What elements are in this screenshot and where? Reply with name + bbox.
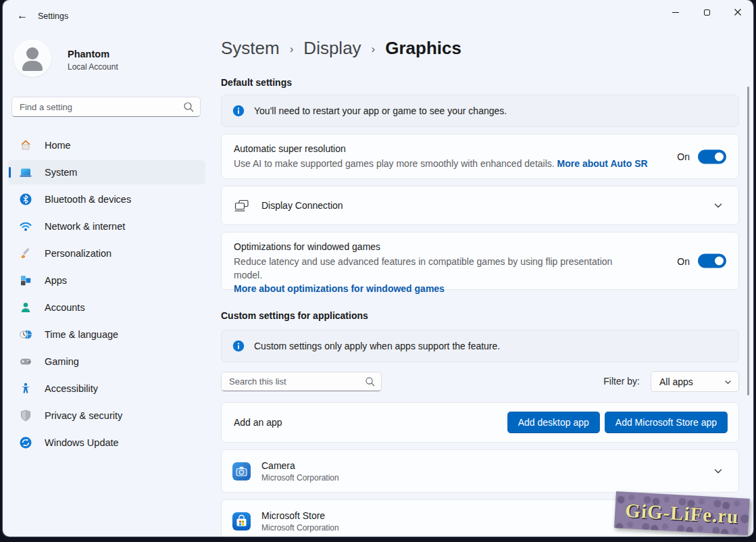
app-name: Microsoft Store <box>261 510 339 521</box>
auto-sr-card: Automatic super resolution Use AI to mak… <box>221 134 739 179</box>
settings-search-box <box>11 97 201 117</box>
filter-dropdown[interactable]: All apps <box>651 371 739 392</box>
gaming-icon <box>19 355 32 368</box>
breadcrumb-display[interactable]: Display <box>303 38 361 59</box>
close-icon <box>734 8 742 16</box>
sidebar-item-network-internet[interactable]: Network & internet <box>8 214 205 239</box>
filter-group: Filter by: All apps <box>221 371 739 392</box>
system-icon <box>19 166 32 179</box>
maximize-icon <box>704 9 710 16</box>
windows-update-icon <box>19 436 32 449</box>
apps-icon <box>19 274 32 287</box>
app-row-camera[interactable]: Camera Microsoft Corporation <box>221 449 739 493</box>
home-icon <box>19 139 32 152</box>
sidebar-item-label: System <box>45 167 77 178</box>
selected-indicator <box>9 167 11 178</box>
avatar-body <box>22 61 43 71</box>
restart-notice-text: You'll need to restart your app or game … <box>254 105 507 116</box>
maximize-button[interactable] <box>691 0 722 24</box>
window-controls <box>660 0 753 24</box>
app-publisher: Microsoft Corporation <box>261 473 339 483</box>
time-language-icon <box>19 328 32 341</box>
sidebar-item-privacy-security[interactable]: Privacy & security <box>8 403 205 428</box>
display-connection-expander[interactable]: Display Connection <box>221 186 739 225</box>
auto-sr-toggle-group: On <box>677 149 726 164</box>
settings-search-input[interactable] <box>12 97 200 116</box>
custom-settings-notice-text: Custom settings only apply when apps sup… <box>254 341 500 351</box>
sidebar-item-label: Gaming <box>45 356 79 367</box>
default-settings-heading: Default settings <box>221 77 292 88</box>
windowed-games-link[interactable]: More about optimizations for windowed ga… <box>234 283 445 294</box>
restart-notice-banner: You'll need to restart your app or game … <box>221 95 739 127</box>
bluetooth-icon <box>19 193 32 206</box>
camera-app-icon <box>232 462 251 481</box>
windowed-games-toggle-group: On <box>677 254 726 268</box>
user-account-type: Local Account <box>68 62 118 72</box>
chevron-down-icon <box>713 200 724 211</box>
sidebar-item-accessibility[interactable]: Accessibility <box>8 376 205 401</box>
user-name: Phantom <box>68 49 109 59</box>
toggle-knob <box>715 257 724 266</box>
app-name: Camera <box>261 460 339 471</box>
privacy-icon <box>19 409 32 422</box>
watermark: GiG-LiFe.ru <box>614 491 750 535</box>
toggle-knob <box>715 152 724 161</box>
chevron-down-icon <box>713 466 724 476</box>
auto-sr-state-label: On <box>677 151 690 162</box>
windowed-games-card: Optimizations for windowed games Reduce … <box>221 232 739 290</box>
sidebar-item-label: Windows Update <box>45 437 119 448</box>
app-publisher: Microsoft Corporation <box>261 523 339 533</box>
breadcrumb-system[interactable]: System <box>221 38 280 59</box>
add-app-buttons: Add desktop app Add Microsoft Store app <box>507 412 728 433</box>
store-app-icon <box>232 512 251 531</box>
page-title: Graphics <box>385 38 461 59</box>
sidebar-item-accounts[interactable]: Accounts <box>8 295 205 320</box>
sidebar-item-time-language[interactable]: Time & language <box>8 322 205 347</box>
add-desktop-app-button[interactable]: Add desktop app <box>507 412 600 433</box>
add-store-app-button[interactable]: Add Microsoft Store app <box>605 412 728 433</box>
watermark-text: GiG-LiFe.ru <box>625 499 740 527</box>
auto-sr-title: Automatic super resolution <box>234 143 738 154</box>
sidebar-item-label: Privacy & security <box>45 410 122 421</box>
windowed-games-title: Optimizations for windowed games <box>234 241 617 252</box>
sidebar-item-label: Personalization <box>45 248 111 259</box>
sidebar-item-label: Accounts <box>45 302 85 313</box>
minimize-button[interactable] <box>660 0 691 24</box>
avatar-head <box>26 47 39 59</box>
scrollbar-thumb[interactable] <box>747 87 749 395</box>
filter-value: All apps <box>659 376 693 387</box>
settings-window: ← Settings Phantom Local Account Home <box>3 0 753 537</box>
back-arrow-icon: ← <box>17 9 28 21</box>
back-button[interactable]: ← <box>12 7 32 24</box>
add-app-label: Add an app <box>234 417 282 428</box>
sidebar-item-personalization[interactable]: Personalization <box>8 241 205 266</box>
titlebar: ← Settings <box>3 0 753 31</box>
sidebar-item-label: Accessibility <box>45 383 98 394</box>
sidebar-item-bluetooth-devices[interactable]: Bluetooth & devices <box>8 187 205 212</box>
sidebar-nav: Home System Bluetooth & devices Network … <box>8 133 205 458</box>
filter-label: Filter by: <box>603 376 640 387</box>
search-icon <box>183 101 195 113</box>
add-app-row: Add an app Add desktop app Add Microsoft… <box>221 402 739 443</box>
windowed-games-toggle[interactable] <box>698 254 726 268</box>
display-connection-icon <box>234 198 250 213</box>
network-icon <box>19 220 32 233</box>
chevron-down-icon <box>724 378 732 387</box>
sidebar-item-gaming[interactable]: Gaming <box>8 349 205 374</box>
close-button[interactable] <box>722 0 753 24</box>
sidebar-item-home[interactable]: Home <box>8 133 205 157</box>
minimize-icon <box>672 12 679 13</box>
sidebar-item-system[interactable]: System <box>8 160 205 184</box>
auto-sr-toggle[interactable] <box>698 149 726 164</box>
sidebar-item-apps[interactable]: Apps <box>8 268 205 293</box>
info-icon <box>232 340 245 352</box>
personalization-icon <box>19 247 32 260</box>
display-connection-title: Display Connection <box>261 200 343 211</box>
custom-settings-heading: Custom settings for applications <box>221 310 368 321</box>
auto-sr-link[interactable]: More about Auto SR <box>557 158 648 169</box>
avatar[interactable] <box>14 39 51 77</box>
accounts-icon <box>19 301 32 314</box>
sidebar-item-label: Home <box>45 140 71 151</box>
sidebar-item-windows-update[interactable]: Windows Update <box>8 430 205 455</box>
breadcrumb-separator: › <box>290 43 294 56</box>
